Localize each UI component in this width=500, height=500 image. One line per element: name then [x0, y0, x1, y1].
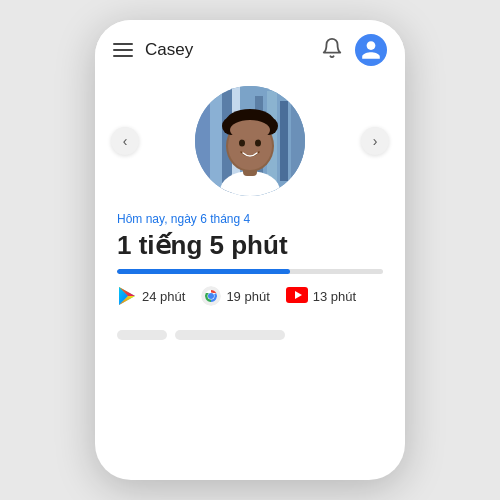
svg-rect-8	[280, 101, 288, 181]
header-title: Casey	[145, 40, 321, 60]
header: Casey	[95, 20, 405, 76]
progress-bar	[117, 269, 383, 274]
app-stats: 24 phút	[117, 286, 383, 306]
svg-rect-2	[210, 86, 222, 196]
youtube-time: 13 phút	[313, 289, 356, 304]
phone-shell: Casey ‹	[95, 20, 405, 480]
time-label: 1 tiếng 5 phút	[117, 230, 383, 261]
chrome-icon	[201, 286, 221, 306]
svg-point-14	[239, 140, 245, 147]
svg-rect-1	[195, 86, 210, 196]
hamburger-icon[interactable]	[113, 43, 133, 57]
app-stat-youtube: 13 phút	[286, 287, 356, 306]
stats-section: Hôm nay, ngày 6 tháng 4 1 tiếng 5 phút	[95, 212, 405, 320]
user-avatar[interactable]	[355, 34, 387, 66]
app-stat-chrome: 19 phút	[201, 286, 269, 306]
bell-icon[interactable]	[321, 37, 343, 64]
progress-bar-fill	[117, 269, 290, 274]
app-stat-play: 24 phút	[117, 286, 185, 306]
profile-section: ‹	[95, 76, 405, 212]
profile-photo	[195, 86, 305, 196]
youtube-icon	[286, 287, 308, 306]
nav-arrow-left[interactable]: ‹	[111, 127, 139, 155]
svg-point-23	[208, 293, 214, 299]
svg-point-15	[255, 140, 261, 147]
bottom-section	[95, 320, 405, 350]
date-label: Hôm nay, ngày 6 tháng 4	[117, 212, 383, 226]
svg-rect-9	[291, 94, 305, 189]
placeholder-bar-2	[175, 330, 285, 340]
placeholder-bar-1	[117, 330, 167, 340]
google-play-icon	[117, 286, 137, 306]
svg-point-19	[230, 120, 270, 140]
chrome-time: 19 phút	[226, 289, 269, 304]
play-time: 24 phút	[142, 289, 185, 304]
nav-arrow-right[interactable]: ›	[361, 127, 389, 155]
